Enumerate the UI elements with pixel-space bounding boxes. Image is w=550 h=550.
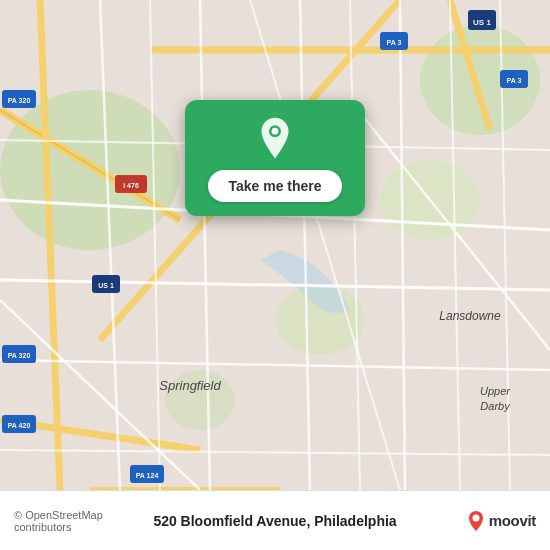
svg-text:PA 320: PA 320 (8, 97, 31, 104)
bottom-bar: © OpenStreetMap contributors 520 Bloomfi… (0, 490, 550, 550)
location-pin-icon (253, 116, 297, 160)
map-background: US 1 PA 3 PA 3 PA 320 I 476 US 1 PA 320 … (0, 0, 550, 490)
copyright-text: © OpenStreetMap contributors (14, 509, 145, 533)
svg-text:PA 3: PA 3 (387, 39, 402, 46)
moovit-pin-icon (467, 510, 485, 532)
svg-text:Darby: Darby (480, 400, 511, 412)
take-me-there-button[interactable]: Take me there (208, 170, 341, 202)
moovit-wordmark: moovit (489, 512, 536, 529)
svg-point-29 (272, 128, 279, 135)
svg-text:Springfield: Springfield (159, 378, 221, 393)
address-text: 520 Bloomfield Avenue, Philadelphia (145, 513, 406, 529)
svg-text:PA 420: PA 420 (8, 422, 31, 429)
svg-text:PA 3: PA 3 (507, 77, 522, 84)
moovit-logo: moovit (406, 510, 537, 532)
svg-text:PA 124: PA 124 (136, 472, 159, 479)
svg-text:US 1: US 1 (473, 18, 491, 27)
svg-text:PA 320: PA 320 (8, 352, 31, 359)
location-card: Take me there (185, 100, 365, 216)
svg-point-30 (472, 514, 479, 521)
svg-text:I 476: I 476 (123, 182, 139, 189)
svg-text:Lansdowne: Lansdowne (439, 309, 501, 323)
svg-text:US 1: US 1 (98, 282, 114, 289)
map-container: US 1 PA 3 PA 3 PA 320 I 476 US 1 PA 320 … (0, 0, 550, 490)
svg-text:Upper: Upper (480, 385, 511, 397)
